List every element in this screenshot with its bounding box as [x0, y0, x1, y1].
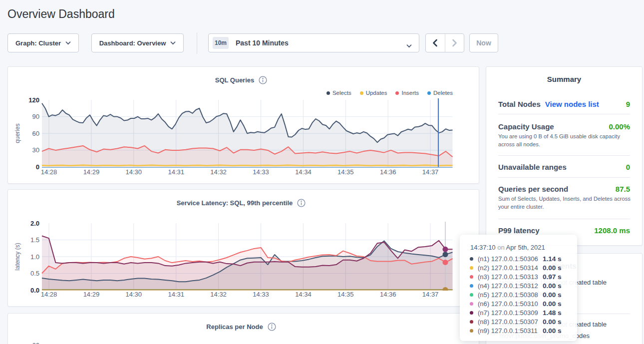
svg-text:14:34: 14:34	[295, 291, 312, 298]
svg-text:30: 30	[32, 146, 39, 154]
svg-text:14:33: 14:33	[253, 291, 269, 298]
svg-text:1.5: 1.5	[30, 236, 39, 244]
svg-text:14:30: 14:30	[126, 291, 142, 298]
svg-text:14:37: 14:37	[422, 291, 439, 298]
svg-text:queries: queries	[14, 123, 21, 143]
svg-text:14:36: 14:36	[380, 291, 396, 298]
svg-text:0: 0	[36, 163, 39, 171]
svg-text:1.0: 1.0	[30, 253, 39, 261]
svg-text:120: 120	[28, 96, 39, 104]
svg-text:14:31: 14:31	[168, 291, 184, 298]
svg-text:14:31: 14:31	[168, 168, 184, 176]
svg-text:14:32: 14:32	[210, 291, 227, 298]
svg-text:14:35: 14:35	[337, 168, 354, 176]
svg-text:14:37: 14:37	[422, 168, 439, 176]
svg-text:60: 60	[32, 130, 39, 137]
svg-text:2.0: 2.0	[30, 220, 39, 227]
svg-text:60: 60	[32, 342, 39, 344]
svg-text:14:33: 14:33	[253, 168, 269, 176]
svg-text:14:32: 14:32	[210, 168, 227, 176]
svg-text:14:29: 14:29	[83, 168, 100, 176]
svg-text:14:34: 14:34	[295, 168, 312, 176]
svg-text:14:29: 14:29	[83, 291, 100, 298]
svg-text:14:28: 14:28	[41, 291, 57, 298]
svg-text:0.5: 0.5	[30, 270, 39, 277]
svg-text:90: 90	[32, 113, 39, 120]
svg-text:14:28: 14:28	[41, 168, 57, 176]
svg-text:latency (s): latency (s)	[14, 243, 21, 270]
svg-text:14:30: 14:30	[126, 168, 142, 176]
svg-text:0.0: 0.0	[30, 287, 39, 294]
svg-text:14:35: 14:35	[337, 291, 354, 298]
svg-text:14:36: 14:36	[380, 168, 396, 176]
